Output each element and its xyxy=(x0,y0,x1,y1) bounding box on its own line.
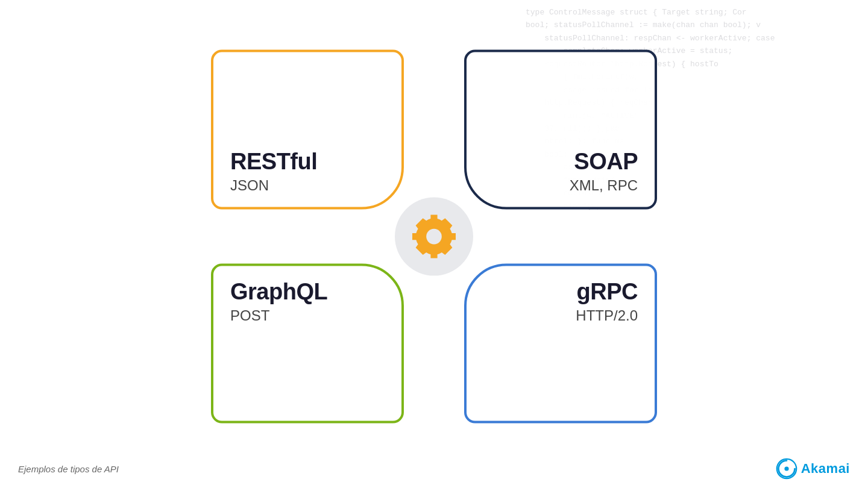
restful-box: RESTful JSON xyxy=(211,50,404,210)
footer: Ejemplos de tipos de API xyxy=(18,464,119,475)
graphql-subtitle: POST xyxy=(230,307,385,324)
graphql-box: GraphQL POST xyxy=(211,264,404,424)
svg-point-2 xyxy=(784,466,788,471)
akamai-logo-icon xyxy=(776,458,797,480)
quadrants-container: RESTful JSON SOAP XML, RPC GraphQL POST … xyxy=(211,50,657,424)
graphql-title: GraphQL xyxy=(230,280,385,305)
grpc-title: gRPC xyxy=(577,280,638,305)
svg-point-0 xyxy=(426,229,442,245)
api-diagram: RESTful JSON SOAP XML, RPC GraphQL POST … xyxy=(211,50,657,424)
restful-subtitle: JSON xyxy=(230,177,385,194)
akamai-logo-text: Akamai xyxy=(801,461,850,477)
soap-box: SOAP XML, RPC xyxy=(464,50,657,210)
akamai-logo: Akamai xyxy=(776,458,850,480)
soap-title: SOAP xyxy=(574,149,638,175)
restful-title: RESTful xyxy=(230,149,385,175)
footer-label: Ejemplos de tipos de API xyxy=(18,464,119,474)
gear-icon xyxy=(410,213,458,261)
grpc-box: gRPC HTTP/2.0 xyxy=(464,264,657,424)
soap-subtitle: XML, RPC xyxy=(570,177,638,194)
grpc-subtitle: HTTP/2.0 xyxy=(576,307,638,324)
center-circle xyxy=(395,198,473,276)
